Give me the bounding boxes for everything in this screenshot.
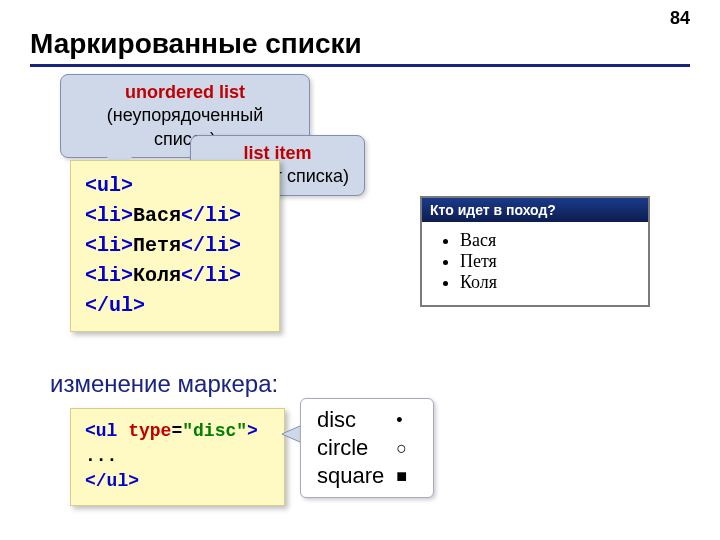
code-text: ... [85,446,117,466]
rendered-list: Вася Петя Коля [432,230,638,293]
code-tag: </ul> [85,294,145,317]
marker-name: square [317,463,394,489]
code-tag: <ul> [85,174,133,197]
code-attr: type [117,421,171,441]
code-text: Коля [133,264,181,287]
title-underline [30,64,690,67]
page-title: Маркированные списки [30,28,362,60]
marker-name: circle [317,435,394,461]
circle-icon: ○ [396,435,417,461]
svg-marker-0 [282,425,302,443]
code-tag: > [247,421,258,441]
code-block-ul: <ul> <li>Вася</li> <li>Петя</li> <li>Кол… [70,160,280,332]
table-row: square ■ [317,463,417,489]
disc-icon: • [396,407,417,433]
callout-title: unordered list [75,81,295,104]
code-tag: </li> [181,234,241,257]
code-text: Петя [133,234,181,257]
code-text: = [171,421,182,441]
marker-name: disc [317,407,394,433]
code-tag: <li> [85,264,133,287]
browser-body: Вася Петя Коля [422,222,648,305]
marker-table: disc • circle ○ square ■ [315,405,419,491]
code-tag: </ul> [85,471,139,491]
code-value: "disc" [182,421,247,441]
list-item: Петя [460,251,638,272]
table-row: circle ○ [317,435,417,461]
list-item: Вася [460,230,638,251]
code-tag: <ul [85,421,117,441]
marker-types-box: disc • circle ○ square ■ [300,398,434,498]
code-block-ul-type: <ul type="disc"> ... </ul> [70,408,285,506]
list-item: Коля [460,272,638,293]
code-tag: <li> [85,204,133,227]
browser-preview: Кто идет в поход? Вася Петя Коля [420,196,650,307]
code-tag: </li> [181,204,241,227]
arrow-icon [282,425,302,443]
slide-number: 84 [670,8,690,29]
browser-titlebar: Кто идет в поход? [422,198,648,222]
code-tag: <li> [85,234,133,257]
square-icon: ■ [396,463,417,489]
table-row: disc • [317,407,417,433]
subheading: изменение маркера: [50,370,278,398]
code-text: Вася [133,204,181,227]
code-tag: </li> [181,264,241,287]
